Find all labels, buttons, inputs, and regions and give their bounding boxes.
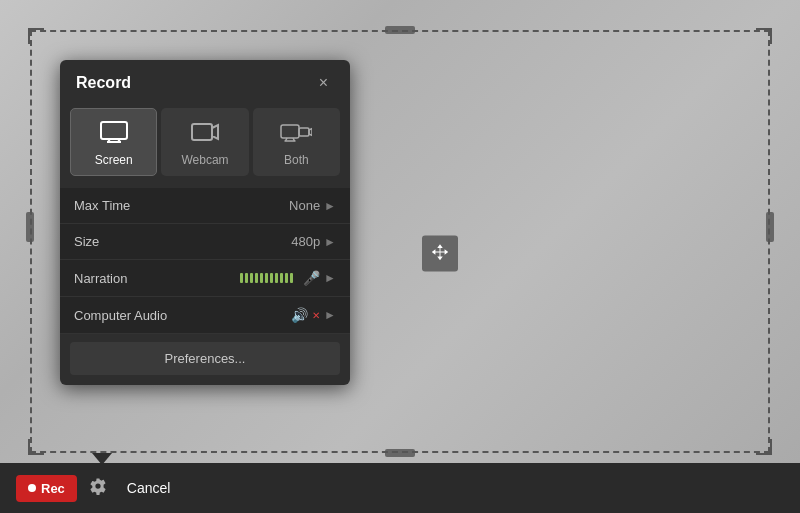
size-chevron: ► [324,235,336,249]
corner-handle-tr[interactable] [756,28,772,44]
cancel-button[interactable]: Cancel [119,476,179,500]
rec-button[interactable]: Rec [16,475,77,502]
svg-marker-11 [309,129,312,136]
screen-icon [100,121,128,147]
max-time-text: None [289,198,320,213]
source-selector: Screen Webcam [60,104,350,188]
both-icon [280,121,312,147]
rec-dot [28,484,36,492]
svg-rect-10 [299,128,309,136]
size-text: 480p [291,234,320,249]
narration-label: Narration [74,271,240,286]
size-value: 480p [291,234,320,249]
narration-chevron: ► [324,271,336,285]
mute-indicator: ✕ [312,310,320,321]
both-label: Both [284,153,309,167]
computer-audio-label: Computer Audio [74,308,291,323]
close-button[interactable]: × [313,72,334,94]
max-time-chevron: ► [324,199,336,213]
webcam-label: Webcam [181,153,228,167]
edge-handle-top[interactable] [385,26,415,34]
corner-handle-bl[interactable] [28,439,44,455]
size-label: Size [74,234,291,249]
speaker-icon: 🔊 [291,307,308,323]
narration-value: 🎤 [240,270,320,286]
computer-audio-value: 🔊 ✕ [291,307,320,323]
screen-label: Screen [95,153,133,167]
svg-rect-0 [101,122,127,139]
settings-button[interactable] [85,473,111,504]
preferences-button[interactable]: Preferences... [70,342,340,375]
corner-handle-br[interactable] [756,439,772,455]
edge-handle-bottom[interactable] [385,449,415,457]
svg-rect-6 [281,125,299,138]
edge-handle-left[interactable] [26,212,34,242]
rec-label: Rec [41,481,65,496]
narration-level-bar [240,273,293,283]
source-option-screen[interactable]: Screen [70,108,157,176]
computer-audio-chevron: ► [324,308,336,322]
dialog-header: Record × [60,60,350,104]
settings-section: Max Time None ► Size 480p ► Narration 🎤 [60,188,350,334]
bottom-bar: Rec Cancel [0,463,800,513]
setting-row-computer-audio[interactable]: Computer Audio 🔊 ✕ ► [60,297,350,334]
webcam-icon [191,121,219,147]
svg-rect-4 [192,124,212,140]
move-icon[interactable] [422,235,458,271]
setting-row-max-time[interactable]: Max Time None ► [60,188,350,224]
setting-row-size[interactable]: Size 480p ► [60,224,350,260]
dialog-title: Record [76,74,131,92]
record-dialog: Record × Screen Webcam [60,60,350,385]
edge-handle-right[interactable] [766,212,774,242]
max-time-value: None [289,198,320,213]
source-option-webcam[interactable]: Webcam [161,108,248,176]
svg-marker-5 [212,125,218,139]
microphone-icon: 🎤 [303,270,320,286]
source-option-both[interactable]: Both [253,108,340,176]
corner-handle-tl[interactable] [28,28,44,44]
max-time-label: Max Time [74,198,289,213]
setting-row-narration[interactable]: Narration 🎤 ► [60,260,350,297]
